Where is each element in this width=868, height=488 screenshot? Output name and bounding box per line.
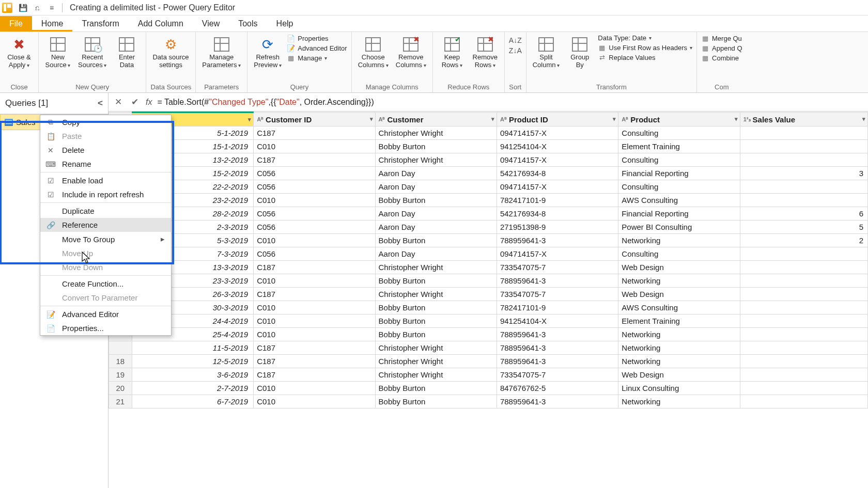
cell-customer-id[interactable]: C010: [254, 234, 375, 247]
col-product[interactable]: AᴮProduct▾: [618, 113, 740, 127]
cell-customer-id[interactable]: C056: [254, 180, 375, 194]
cell-sales-value[interactable]: [740, 341, 867, 355]
table-row[interactable]: 23-2-2019C010Bobby Burton782417101-9AWS …: [109, 194, 868, 207]
cm-properties[interactable]: 📄Properties...: [40, 321, 171, 335]
cell-customer[interactable]: Aaron Day: [375, 167, 497, 180]
cell-product[interactable]: Consulting: [618, 153, 740, 167]
filter-icon[interactable]: ▾: [248, 116, 251, 123]
cell-product-id[interactable]: 094714157-X: [497, 127, 618, 140]
cell-product-id[interactable]: 094714157-X: [497, 247, 618, 261]
cell-sales-value[interactable]: [740, 247, 867, 261]
cell-product[interactable]: AWS Consulting: [618, 301, 740, 314]
cell-date[interactable]: 6-7-2019: [132, 395, 253, 408]
row-number[interactable]: 21: [109, 395, 132, 408]
cell-customer-id[interactable]: C056: [254, 167, 375, 180]
cell-product-id[interactable]: 941254104-X: [497, 314, 618, 328]
cell-product[interactable]: Networking: [618, 274, 740, 288]
cell-product-id[interactable]: 782417101-9: [497, 301, 618, 314]
cell-product-id[interactable]: 788959641-3: [497, 274, 618, 288]
cell-sales-value[interactable]: [740, 180, 867, 194]
cell-product[interactable]: Power BI Consulting: [618, 221, 740, 234]
cell-customer[interactable]: Christopher Wright: [375, 341, 497, 355]
close-apply-button[interactable]: ✖ Close & Apply: [4, 34, 34, 70]
cell-product-id[interactable]: 788959641-3: [497, 328, 618, 341]
col-product-id[interactable]: AᴮProduct ID▾: [497, 113, 618, 127]
cell-product-id[interactable]: 542176934-8: [497, 207, 618, 221]
table-row[interactable]: 7-3-2019C056Aaron Day094714157-XConsulti…: [109, 247, 868, 261]
table-row[interactable]: 5-1-2019C187Christopher Wright094714157-…: [109, 127, 868, 140]
cell-customer-id[interactable]: C187: [254, 153, 375, 167]
cell-product[interactable]: Networking: [618, 355, 740, 368]
cell-product-id[interactable]: 782417101-9: [497, 194, 618, 207]
cell-product[interactable]: Networking: [618, 234, 740, 247]
cm-create-function[interactable]: Create Function...: [40, 277, 171, 291]
cell-customer-id[interactable]: C187: [254, 288, 375, 301]
cell-product-id[interactable]: 847676762-5: [497, 382, 618, 395]
undo-icon[interactable]: ⎌: [32, 2, 43, 13]
cell-product[interactable]: Element Training: [618, 314, 740, 328]
cell-sales-value[interactable]: [740, 301, 867, 314]
cell-sales-value[interactable]: 6: [740, 207, 867, 221]
new-source-button[interactable]: New Source: [43, 34, 73, 70]
cell-customer[interactable]: Christopher Wright: [375, 288, 497, 301]
cell-product-id[interactable]: 542176934-8: [497, 167, 618, 180]
table-row[interactable]: 22-2-2019C056Aaron Day094714157-XConsult…: [109, 180, 868, 194]
cell-customer[interactable]: Christopher Wright: [375, 355, 497, 368]
table-row[interactable]: 193-6-2019C187Christopher Wright73354707…: [109, 368, 868, 382]
cell-customer-id[interactable]: C187: [254, 341, 375, 355]
data-source-settings-button[interactable]: ⚙ Data source settings: [150, 34, 191, 70]
cell-customer[interactable]: Bobby Burton: [375, 328, 497, 341]
filter-icon[interactable]: ▾: [370, 116, 373, 122]
cell-product[interactable]: Consulting: [618, 127, 740, 140]
cell-sales-value[interactable]: 5: [740, 221, 867, 234]
cell-product[interactable]: Web Design: [618, 288, 740, 301]
tab-file[interactable]: File: [0, 16, 32, 32]
manage-parameters-button[interactable]: Manage Parameters: [200, 34, 243, 70]
cell-product-id[interactable]: 788959641-3: [497, 341, 618, 355]
cell-product-id[interactable]: 941254104-X: [497, 140, 618, 153]
cell-sales-value[interactable]: [740, 314, 867, 328]
manage-button[interactable]: ▦Manage: [287, 54, 347, 62]
table-row[interactable]: 2-3-2019C056Aaron Day271951398-9Power BI…: [109, 221, 868, 234]
cell-customer-id[interactable]: C056: [254, 221, 375, 234]
merge-queries-button[interactable]: ▦Merge Qu: [701, 34, 742, 42]
filter-icon[interactable]: ▾: [862, 116, 865, 122]
cell-product[interactable]: Financial Reporting: [618, 207, 740, 221]
cell-product[interactable]: Linux Consulting: [618, 382, 740, 395]
filter-icon[interactable]: ▾: [613, 116, 616, 122]
cm-duplicate[interactable]: Duplicate: [40, 204, 171, 218]
cell-customer[interactable]: Christopher Wright: [375, 368, 497, 382]
cell-date[interactable]: 3-6-2019: [132, 368, 253, 382]
first-row-headers-button[interactable]: ▦Use First Row as Headers: [598, 43, 692, 52]
keep-rows-button[interactable]: ✔ Keep Rows: [437, 34, 467, 70]
table-row[interactable]: 23-3-2019C010Bobby Burton788959641-3Netw…: [109, 274, 868, 288]
cell-product-id[interactable]: 733547075-7: [497, 288, 618, 301]
collapse-queries-icon[interactable]: <: [98, 98, 103, 108]
cell-customer[interactable]: Aaron Day: [375, 247, 497, 261]
tab-help[interactable]: Help: [267, 16, 303, 32]
remove-rows-button[interactable]: ✖ Remove Rows: [470, 34, 500, 70]
cell-customer-id[interactable]: C010: [254, 395, 375, 408]
cell-customer-id[interactable]: C010: [254, 382, 375, 395]
table-row[interactable]: 13-3-2019C187Christopher Wright733547075…: [109, 261, 868, 274]
cell-customer-id[interactable]: C187: [254, 127, 375, 140]
filter-icon[interactable]: ▾: [735, 116, 738, 122]
row-number[interactable]: [109, 341, 132, 355]
split-column-button[interactable]: Split Column: [531, 34, 562, 70]
cell-customer[interactable]: Bobby Burton: [375, 382, 497, 395]
cell-customer[interactable]: Christopher Wright: [375, 261, 497, 274]
cell-customer[interactable]: Bobby Burton: [375, 140, 497, 153]
enter-data-button[interactable]: Enter Data: [112, 34, 142, 70]
cm-include-refresh[interactable]: ☑Include in report refresh: [40, 187, 171, 201]
cell-sales-value[interactable]: [740, 140, 867, 153]
cell-customer[interactable]: Christopher Wright: [375, 153, 497, 167]
save-icon[interactable]: 💾: [17, 2, 28, 13]
cell-customer-id[interactable]: C010: [254, 328, 375, 341]
cell-product-id[interactable]: 094714157-X: [497, 180, 618, 194]
cell-product-id[interactable]: 271951398-9: [497, 221, 618, 234]
cell-sales-value[interactable]: [740, 328, 867, 341]
cell-product[interactable]: Web Design: [618, 261, 740, 274]
cell-customer-id[interactable]: C010: [254, 194, 375, 207]
refresh-preview-button[interactable]: ⟳ Refresh Preview: [252, 34, 284, 70]
cell-product[interactable]: AWS Consulting: [618, 194, 740, 207]
